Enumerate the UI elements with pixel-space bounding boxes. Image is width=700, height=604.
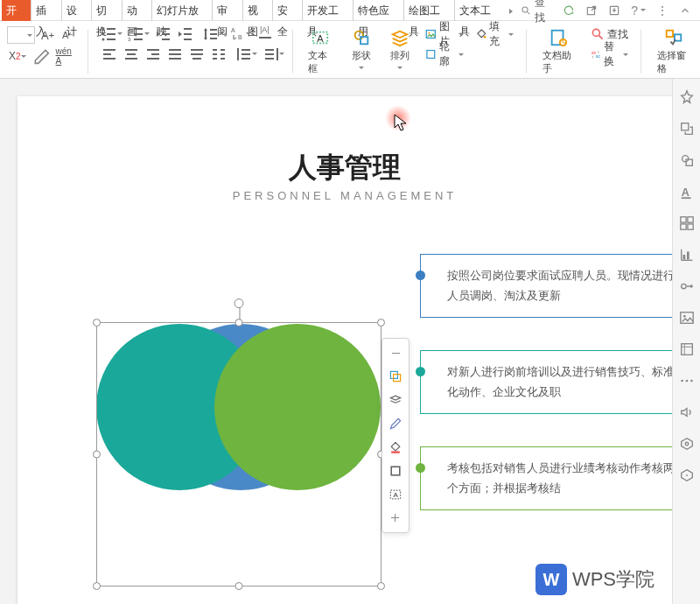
sync-icon[interactable]: [563, 4, 575, 17]
replace-button[interactable]: abac替换: [591, 46, 629, 62]
tab-view[interactable]: 视图: [243, 0, 273, 21]
tab-devtools[interactable]: 开发工具: [303, 0, 354, 21]
svg-rect-85: [686, 159, 692, 165]
tab-security[interactable]: 安全: [273, 0, 303, 21]
svg-text:B: B: [238, 34, 242, 40]
ft-pen[interactable]: [384, 412, 407, 435]
svg-rect-89: [687, 217, 692, 222]
sp-image-icon[interactable]: [679, 310, 695, 326]
tab-review[interactable]: 审阅: [213, 0, 242, 21]
select-pane-button[interactable]: 选择窗格: [654, 26, 693, 77]
card-3[interactable]: 考核包括对销售人员进行业绩考核动作考核两个方面；并根据考核结: [420, 446, 672, 510]
tab-transition[interactable]: 切换: [92, 0, 122, 21]
tab-insert[interactable]: 插入: [32, 0, 61, 21]
sp-layout-icon[interactable]: [679, 215, 695, 231]
subscript-icon[interactable]: X2: [7, 48, 28, 64]
dochelper-button[interactable]: ✎ 文档助手: [539, 26, 578, 77]
arrange-button[interactable]: 排列: [387, 26, 413, 74]
align-justify-icon[interactable]: [166, 46, 184, 62]
svg-point-62: [355, 32, 363, 39]
svg-point-104: [686, 474, 688, 476]
svg-point-101: [685, 380, 688, 383]
bullets-icon[interactable]: [101, 26, 118, 42]
svg-text:✎: ✎: [561, 39, 566, 46]
distribute-horiz-icon[interactable]: [188, 46, 206, 62]
ribbon: A+ A− X2 wénA 123 AB |A|: [0, 21, 700, 79]
ft-fill[interactable]: [384, 436, 407, 459]
outdent-icon[interactable]: [155, 26, 172, 42]
card-1[interactable]: 按照公司岗位要求面试应聘人员。现情况进行人员调岗、淘汰及更新: [420, 254, 672, 318]
tab-slideshow[interactable]: 幻灯片放映: [152, 0, 213, 21]
menu-bar: 开始 插入 设计 切换 动画 幻灯片放映 审阅 视图 安全 开发工具 特色应用 …: [0, 0, 700, 21]
collapse-ribbon-icon[interactable]: [679, 4, 691, 17]
svg-point-96: [681, 284, 685, 288]
tab-texttools[interactable]: 文本工具: [455, 0, 505, 21]
tab-design[interactable]: 设计: [62, 0, 92, 21]
more-icon[interactable]: ⋮: [656, 4, 668, 18]
clear-format-icon[interactable]: [32, 48, 50, 64]
phonetic-icon[interactable]: wénA: [54, 48, 74, 64]
svg-text:3: 3: [128, 37, 131, 42]
fill-button[interactable]: 填充: [476, 26, 514, 42]
spacing-left-icon[interactable]: [235, 46, 253, 62]
search-box[interactable]: 查找: [521, 0, 552, 25]
sp-zoom-icon[interactable]: [679, 341, 695, 357]
line-spacing-icon[interactable]: [202, 26, 220, 42]
bullet-dot-icon: [416, 270, 425, 280]
svg-point-100: [681, 380, 683, 383]
ft-crop[interactable]: [384, 460, 407, 482]
sp-transform-icon[interactable]: [679, 121, 695, 137]
venn-diagram[interactable]: [96, 324, 376, 604]
sp-settings-icon[interactable]: [679, 436, 695, 452]
ft-format[interactable]: [384, 365, 407, 388]
sp-beautify-icon[interactable]: [679, 89, 695, 105]
columns-icon[interactable]: [210, 46, 228, 62]
increase-font-icon[interactable]: A+: [39, 27, 56, 43]
font-dropdown[interactable]: [7, 26, 35, 44]
decrease-font-icon[interactable]: A−: [60, 27, 75, 43]
align-right-icon[interactable]: [144, 46, 162, 62]
search-icon: [521, 4, 531, 17]
sp-audio-icon[interactable]: [679, 404, 695, 420]
bullet-dot-icon: [416, 463, 425, 473]
tab-start[interactable]: 开始: [2, 0, 32, 21]
card-2[interactable]: 对新人进行岗前培训以及进行销售技巧、标准化动作、企业文化及职: [420, 350, 672, 414]
svg-text:|A|: |A|: [260, 25, 270, 34]
textbox-button[interactable]: A 文本框: [304, 26, 336, 87]
sp-more-icon[interactable]: [679, 373, 695, 389]
text-direction-icon[interactable]: AB: [229, 26, 247, 42]
tab-animation[interactable]: 动画: [122, 0, 152, 21]
svg-rect-99: [681, 344, 692, 355]
tab-special[interactable]: 特色应用: [354, 0, 404, 21]
ft-layers[interactable]: [384, 389, 407, 411]
shape-button[interactable]: 形状: [348, 26, 374, 74]
circle-green[interactable]: [214, 324, 381, 490]
svg-point-0: [522, 6, 528, 11]
save-icon[interactable]: [608, 4, 620, 17]
sp-shape-icon[interactable]: [679, 152, 695, 168]
spacing-right-icon[interactable]: [262, 46, 280, 62]
indent-icon[interactable]: [177, 26, 194, 42]
slide-canvas[interactable]: 人事管理 PERSONNEL MANAGEMENT 按照公司岗位要求面试应聘人员…: [18, 96, 672, 604]
tabs-overflow[interactable]: [504, 4, 521, 17]
numbering-icon[interactable]: 123: [128, 26, 145, 42]
sp-chart-icon[interactable]: [679, 247, 695, 263]
wps-logo-icon: W: [536, 564, 567, 595]
tab-drawing[interactable]: 绘图工具: [404, 0, 455, 21]
align-center-icon[interactable]: [122, 46, 140, 62]
align-left-icon[interactable]: [101, 46, 118, 62]
sp-animation-icon[interactable]: [679, 278, 695, 294]
outline-button[interactable]: 轮廓: [425, 46, 464, 62]
sp-help-icon[interactable]: [679, 467, 695, 483]
slide-title-cn: 人事管理: [289, 149, 401, 187]
share-icon[interactable]: [585, 4, 598, 17]
vertical-align-icon[interactable]: |A|: [256, 26, 274, 42]
svg-rect-95: [687, 251, 690, 259]
ft-text[interactable]: A: [384, 483, 407, 506]
svg-line-1: [528, 11, 530, 14]
ft-collapse[interactable]: [384, 341, 407, 364]
svg-point-71: [592, 29, 599, 36]
help-icon[interactable]: ?: [631, 4, 646, 18]
ft-expand[interactable]: [384, 507, 407, 530]
sp-text-icon[interactable]: A: [679, 184, 695, 200]
